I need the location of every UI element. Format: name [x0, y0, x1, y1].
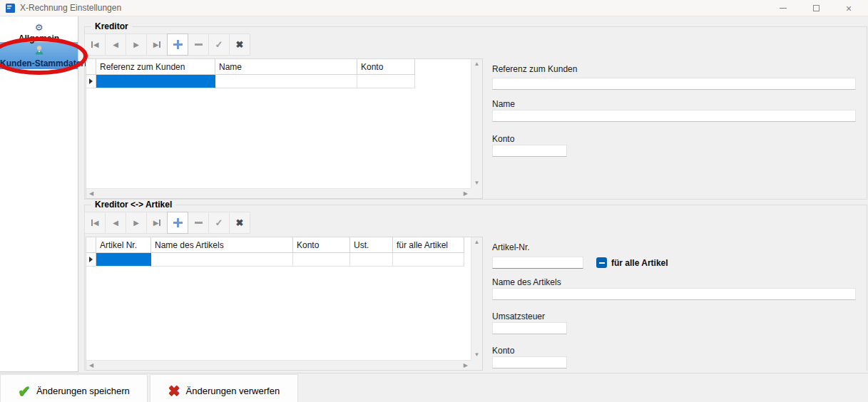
row-marker-header	[86, 59, 96, 75]
previous-record-icon: ◀	[113, 220, 118, 227]
current-row-marker	[86, 75, 96, 88]
column-header[interactable]: Referenz zum Kunden	[96, 59, 215, 75]
last-record-icon: ▶	[153, 41, 161, 48]
add-record-button[interactable]	[167, 212, 188, 234]
column-header[interactable]: Artikel Nr.	[96, 237, 151, 253]
sidebar-item-allgemein[interactable]: ⚙ Allgemein	[0, 16, 78, 42]
save-changes-label: Änderungen speichern	[36, 386, 130, 396]
vertical-scrollbar[interactable]: ▲ ▼	[471, 59, 482, 188]
name-input[interactable]	[492, 110, 856, 122]
delete-record-button[interactable]	[188, 212, 209, 234]
accept-changes-button[interactable]: ✓	[208, 212, 230, 234]
next-record-icon: ▶	[133, 41, 139, 48]
table-row	[86, 253, 471, 267]
minimize-button[interactable]	[767, 0, 800, 16]
window-title: X-Rechnung Einstellungen	[20, 3, 121, 13]
grid-cell[interactable]	[393, 253, 464, 267]
cancel-changes-button[interactable]: ✖	[229, 212, 250, 234]
row-arrow-icon	[89, 78, 93, 84]
next-record-button[interactable]: ▶	[126, 34, 147, 56]
column-header[interactable]: Konto	[357, 59, 415, 75]
column-header[interactable]: Name	[215, 59, 357, 75]
scroll-down-icon[interactable]: ▼	[474, 352, 480, 358]
next-record-button[interactable]: ▶	[126, 212, 147, 234]
settings-icon: ⚙	[35, 23, 44, 32]
last-record-button[interactable]: ▶	[146, 212, 168, 234]
konto-input[interactable]	[492, 145, 567, 157]
accept-changes-button[interactable]: ✓	[208, 34, 230, 56]
fuer-alle-artikel-checkbox[interactable]	[596, 257, 607, 268]
kreditor-artikel-group-label: Kreditor <-> Artikel	[91, 200, 175, 210]
red-x-icon: ✖	[168, 383, 180, 398]
previous-record-icon: ◀	[113, 41, 118, 48]
scroll-left-icon[interactable]: ◀	[89, 191, 93, 197]
kreditor-artikel-groupbox: Kreditor <-> Artikel ◀ ◀ ▶ ▶ ✓ ✖ Artikel…	[84, 205, 867, 371]
window-controls: ×	[767, 0, 865, 16]
horizontal-scrollbar[interactable]: ◀ ▶	[86, 188, 471, 198]
name-label: Name	[492, 99, 515, 109]
grid-cell[interactable]	[350, 253, 393, 267]
first-record-button[interactable]: ◀	[84, 212, 106, 234]
close-icon: ×	[846, 4, 852, 14]
artikel-nr-label: Artikel-Nr.	[492, 242, 530, 252]
konto-label: Konto	[492, 134, 514, 144]
artikel-grid-header: Artikel Nr. Name des Artikels Konto Ust.…	[86, 237, 471, 253]
sidebar-item-kunden-stammdaten[interactable]: Kunden-Stammdaten	[0, 42, 78, 69]
umsatzsteuer-label: Umsatzsteuer	[492, 311, 545, 321]
cancel-changes-button[interactable]: ✖	[229, 34, 250, 56]
first-record-button[interactable]: ◀	[84, 34, 106, 56]
horizontal-scrollbar[interactable]: ◀ ▶	[86, 360, 471, 370]
kreditor-record-toolbar: ◀ ◀ ▶ ▶ ✓ ✖	[85, 34, 250, 56]
last-record-button[interactable]: ▶	[146, 34, 168, 56]
umsatzsteuer-input[interactable]	[492, 322, 567, 334]
app-icon	[6, 4, 15, 13]
delete-record-button[interactable]	[188, 34, 209, 56]
grid-cell[interactable]	[357, 75, 415, 88]
maximize-button[interactable]	[800, 0, 832, 16]
previous-record-button[interactable]: ◀	[105, 34, 126, 56]
scroll-right-icon[interactable]: ▶	[464, 191, 468, 197]
save-changes-button[interactable]: ✔ Änderungen speichern	[0, 374, 148, 402]
kreditor-groupbox: Kreditor ◀ ◀ ▶ ▶ ✓ ✖ Referenz zum Kunden…	[84, 26, 867, 200]
grid-cell[interactable]	[151, 253, 293, 267]
row-arrow-icon	[89, 257, 93, 262]
name-des-artikels-label: Name des Artikels	[492, 277, 561, 287]
scroll-right-icon[interactable]: ▶	[464, 363, 468, 368]
grid-cell-selected[interactable]	[96, 253, 151, 267]
referenz-zum-kunden-input[interactable]	[492, 78, 856, 90]
sidebar-item-label: Kunden-Stammdaten	[0, 58, 78, 68]
column-header[interactable]: Name des Artikels	[151, 237, 293, 253]
indeterminate-dash-icon	[599, 262, 605, 264]
artikel-grid-body: Artikel Nr. Name des Artikels Konto Ust.…	[86, 237, 471, 360]
column-header[interactable]: Konto	[293, 237, 350, 253]
row-marker-header	[86, 237, 96, 253]
first-record-icon: ◀	[91, 41, 99, 48]
close-button[interactable]: ×	[832, 0, 865, 16]
scroll-up-icon[interactable]: ▲	[474, 61, 480, 67]
scroll-up-icon[interactable]: ▲	[474, 239, 480, 245]
name-des-artikels-input[interactable]	[492, 288, 856, 300]
discard-changes-button[interactable]: ✖ Änderungen verwerfen	[150, 374, 298, 402]
discard-changes-label: Änderungen verwerfen	[186, 386, 280, 396]
artikel-nr-input[interactable]	[492, 257, 583, 269]
kreditor-group-label: Kreditor	[91, 21, 132, 31]
check-icon: ✓	[215, 218, 223, 227]
konto-input[interactable]	[492, 356, 567, 368]
grid-cell[interactable]	[293, 253, 350, 267]
scrollbar-corner	[471, 360, 482, 370]
grid-cell[interactable]	[215, 75, 357, 88]
scroll-down-icon[interactable]: ▼	[474, 180, 480, 186]
add-record-button[interactable]	[167, 34, 188, 56]
previous-record-button[interactable]: ◀	[105, 212, 126, 234]
sidebar: ⚙ Allgemein Kunden-Stammdaten	[0, 16, 78, 372]
column-header[interactable]: für alle Artikel	[393, 237, 464, 253]
grid-cell-selected[interactable]	[96, 75, 215, 88]
cancel-x-icon: ✖	[236, 218, 244, 227]
minus-icon	[195, 222, 203, 224]
column-header[interactable]: Ust.	[350, 237, 393, 253]
vertical-scrollbar[interactable]: ▲ ▼	[471, 237, 482, 360]
scroll-left-icon[interactable]: ◀	[89, 363, 93, 368]
artikel-record-toolbar: ◀ ◀ ▶ ▶ ✓ ✖	[85, 212, 250, 234]
plus-icon	[173, 218, 183, 227]
maximize-icon	[813, 5, 820, 11]
